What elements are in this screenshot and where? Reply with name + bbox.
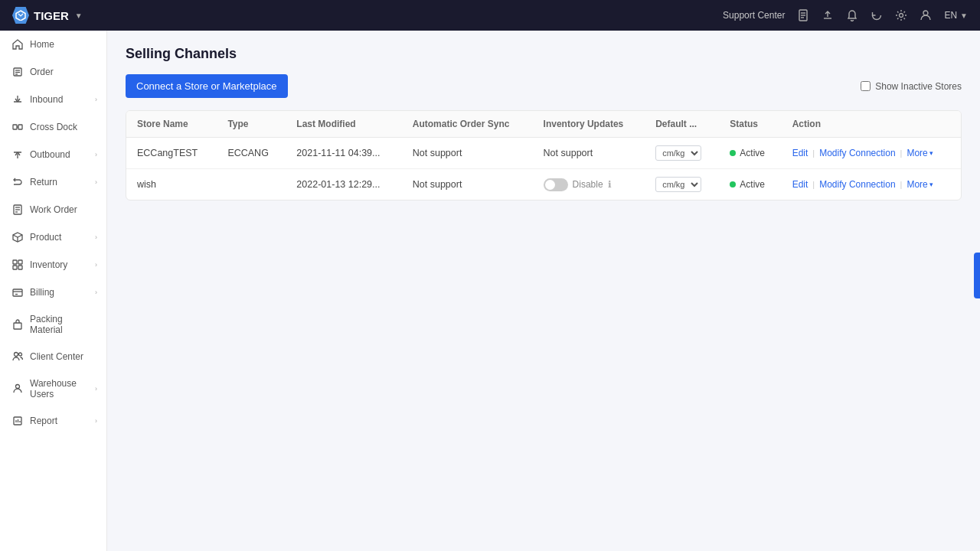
edit-link[interactable]: Edit [792,179,808,190]
cell-inventory-updates: Disableℹ [533,169,645,201]
selling-channels-table-container: Store Name Type Last Modified Automatic … [126,110,962,201]
more-button[interactable]: More ▾ [906,148,933,158]
action-links: Edit|Modify Connection|More ▾ [792,179,950,190]
sidebar-label-billing: Billing [30,287,89,298]
disable-label: Disable [573,179,603,190]
sidebar-item-product[interactable]: Product › [0,223,106,251]
more-button[interactable]: More ▾ [906,179,933,190]
report-icon [11,415,24,427]
lang-dropdown-arrow: ▼ [960,11,968,20]
cell-last-modified: 2022-01-13 12:29... [286,169,401,201]
cell-default: cm/kg [645,169,719,201]
sidebar-label-warehouse-users: Warehouse Users [30,378,89,399]
document-icon[interactable] [797,9,809,21]
refresh-icon[interactable] [871,9,883,21]
status-dot [730,181,736,187]
svg-point-28 [15,353,18,357]
user-icon[interactable] [920,9,932,21]
cell-store-name: wish [126,169,217,201]
sidebar-item-return[interactable]: Return › [0,168,106,196]
default-unit-select[interactable]: cm/kg [655,145,701,161]
sidebar-label-order: Order [30,67,97,77]
table-row: ECCangTESTECCANG2021-11-11 04:39...Not s… [126,138,961,169]
status-text: Active [740,148,765,158]
sidebar-label-home: Home [30,39,97,50]
sidebar-item-inventory[interactable]: Inventory › [0,251,106,279]
sidebar-label-cross-dock: Cross Dock [30,122,97,132]
lang-label: EN [944,10,957,21]
edit-link[interactable]: Edit [792,148,808,158]
svg-rect-10 [13,125,17,129]
sidebar-item-cross-dock[interactable]: Cross Dock [0,113,106,141]
app-dropdown-arrow[interactable]: ▼ [75,11,83,20]
default-unit-select[interactable]: cm/kg [655,177,701,192]
sidebar-label-report: Report [30,416,89,426]
modify-connection-link[interactable]: Modify Connection [819,148,895,158]
col-auto-order-sync: Automatic Order Sync [402,111,533,138]
sidebar-item-inbound[interactable]: Inbound › [0,86,106,113]
sidebar-item-home[interactable]: Home [0,31,106,58]
status-dot [730,150,736,156]
cell-default: cm/kg [645,138,719,169]
sidebar-item-outbound[interactable]: Outbound › [0,141,106,168]
cross-dock-icon [11,121,24,133]
work-order-icon [11,204,24,216]
bell-icon[interactable] [846,9,858,21]
sidebar-label-client-center: Client Center [30,351,97,362]
sidebar-item-client-center[interactable]: Client Center [0,343,106,370]
warehouse-users-chevron: › [95,385,97,393]
client-icon [11,350,24,363]
sidebar-item-packing-material[interactable]: Packing Material [0,306,106,343]
language-selector[interactable]: EN ▼ [944,10,968,21]
show-inactive-checkbox[interactable] [861,81,871,91]
selling-channels-table: Store Name Type Last Modified Automatic … [126,111,961,200]
report-chevron: › [95,417,97,425]
modify-connection-link[interactable]: Modify Connection [819,179,895,190]
action-links: Edit|Modify Connection|More ▾ [792,148,950,158]
col-last-modified: Last Modified [286,111,401,138]
action-separator-1: | [812,180,815,189]
cell-status: Active [719,138,781,169]
sidebar-item-order[interactable]: Order [0,58,106,86]
connect-store-button[interactable]: Connect a Store or Marketplace [126,74,288,98]
right-edge-accent [974,253,980,298]
users-icon [11,383,24,395]
status-badge: Active [730,148,765,158]
app-logo[interactable]: TIGER ▼ [12,7,83,24]
cell-status: Active [719,169,781,201]
sidebar-item-work-order[interactable]: Work Order [0,196,106,223]
more-arrow: ▾ [929,149,933,157]
show-inactive-label[interactable]: Show Inactive Stores [861,81,962,92]
sidebar-item-warehouse-users[interactable]: Warehouse Users › [0,370,106,407]
upload-icon[interactable] [822,9,834,21]
action-separator-1: | [812,148,815,158]
sidebar-item-report[interactable]: Report › [0,407,106,435]
col-default: Default ... [645,111,719,138]
settings-icon[interactable] [895,9,907,21]
svg-rect-24 [13,289,22,296]
svg-point-30 [16,385,20,389]
support-center-link[interactable]: Support Center [723,10,785,21]
cell-last-modified: 2021-11-11 04:39... [286,138,401,169]
toolbar: Connect a Store or Marketplace Show Inac… [126,74,962,98]
sidebar-item-billing[interactable]: Billing › [0,279,106,306]
page-title: Selling Channels [126,46,962,62]
inventory-toggle[interactable] [544,178,568,191]
app-name: TIGER [34,9,69,22]
packing-icon [11,318,24,331]
order-icon [11,66,24,78]
show-inactive-text: Show Inactive Stores [875,81,962,92]
svg-rect-23 [18,266,22,269]
action-separator-2: | [900,180,903,189]
return-icon [11,176,24,188]
more-arrow: ▾ [929,181,933,188]
status-text: Active [740,179,765,190]
home-icon [11,38,24,51]
cell-action: Edit|Modify Connection|More ▾ [782,169,961,201]
info-icon[interactable]: ℹ [608,179,612,190]
main-layout: Home Order Inbound › Cross Dock Ou [0,31,980,551]
cell-store-name: ECCangTEST [126,138,217,169]
svg-rect-11 [18,125,22,129]
outbound-chevron: › [95,151,97,158]
inventory-toggle-wrap: Disableℹ [544,178,635,191]
